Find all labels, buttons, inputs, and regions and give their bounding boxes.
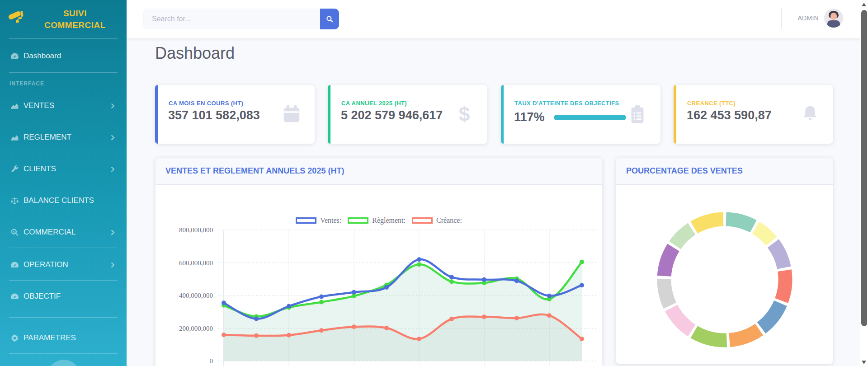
- card-value: 117%: [514, 110, 545, 124]
- card-label: CA ANNUEL 2025 (HT): [341, 100, 407, 107]
- gear-icon: [9, 333, 20, 343]
- sidebar-toggle-button[interactable]: [47, 360, 80, 366]
- chevron-right-icon: [109, 135, 115, 141]
- sidebar-item-clients[interactable]: CLIENTS: [0, 158, 127, 180]
- sidebar-section-label: INTERFACE: [9, 80, 44, 87]
- svg-text:0: 0: [210, 357, 213, 365]
- line-chart-header: VENTES ET REGLEMENT ANNUELS 2025 (HT): [156, 158, 602, 185]
- sidebar-divider: [9, 72, 118, 73]
- legend-label: Ventes:: [320, 216, 341, 225]
- sidebar-item-dashboard[interactable]: Dashboard: [0, 45, 127, 67]
- topbar: ADMIN: [127, 0, 868, 38]
- chart-area-icon: [9, 133, 20, 142]
- chevron-right-icon: [109, 230, 115, 235]
- balance-scale-icon: [9, 196, 20, 206]
- legend-swatch: [412, 217, 433, 224]
- sidebar-item-balance-clients[interactable]: BALANCE CLIENTS: [0, 190, 127, 211]
- card-value: 357 101 582,083: [168, 108, 260, 122]
- card-accent: [328, 85, 330, 144]
- tachometer-icon: [9, 292, 20, 301]
- card-value: 5 202 579 946,617: [341, 108, 443, 122]
- search-bar: [143, 9, 339, 29]
- legend-swatch: [296, 217, 316, 224]
- line-chart-panel: VENTES ET REGLEMENT ANNUELS 2025 (HT) Ve…: [155, 157, 603, 366]
- card-accent: [501, 85, 504, 144]
- svg-text:$: $: [459, 104, 470, 125]
- legend-item-créance[interactable]: Créance:: [412, 216, 462, 225]
- sidebar-item-operation[interactable]: OPERATION: [0, 254, 127, 276]
- chevron-right-icon: [109, 103, 115, 109]
- legend-item-règlement[interactable]: Règlement:: [348, 216, 406, 225]
- sidebar-divider: [9, 353, 118, 354]
- legend-swatch: [348, 217, 368, 224]
- sidebar-divider: [9, 280, 118, 281]
- objectifs-progress: [554, 115, 626, 120]
- svg-text:$: $: [13, 230, 15, 234]
- legend-label: Règlement:: [372, 216, 406, 225]
- sidebar-divider: [9, 38, 118, 39]
- card-ca-mois: CA MOIS EN COURS (HT) 357 101 582,083: [155, 85, 315, 144]
- sidebar-divider: [9, 248, 118, 248]
- card-label: TAUX D'ATTEINTE DES OBJECTIFS: [514, 100, 619, 107]
- scrollbar-down-arrow-icon[interactable]: [862, 361, 866, 364]
- paint-roller-icon: [7, 8, 30, 31]
- card-ca-annuel: CA ANNUEL 2025 (HT) 5 202 579 946,617 $: [328, 85, 487, 144]
- svg-text:200,000,000: 200,000,000: [179, 325, 213, 332]
- search-input[interactable]: [143, 9, 320, 29]
- vertical-scrollbar: [860, 0, 868, 366]
- bell-icon: [800, 104, 821, 125]
- chart-legend: Ventes:Règlement:Créance:: [156, 216, 602, 225]
- card-objectifs: TAUX D'ATTEINTE DES OBJECTIFS 117%: [501, 85, 660, 144]
- sidebar-divider: [9, 317, 118, 318]
- card-label: CA MOIS EN COURS (HT): [169, 100, 243, 107]
- tachometer-icon: [9, 260, 20, 270]
- brand-title: SUIVI COMMERCIAL: [28, 8, 127, 31]
- line-chart-body: Ventes:Règlement:Créance: 0200,000,00040…: [156, 185, 602, 366]
- svg-text:400,000,000: 400,000,000: [179, 292, 213, 299]
- sidebar-item-objectif[interactable]: OBJECTIF: [0, 286, 127, 307]
- legend-item-ventes[interactable]: Ventes:: [296, 216, 341, 225]
- main-content: Dashboard CA MOIS EN COURS (HT) 357 101 …: [127, 38, 860, 366]
- dollar-icon: $: [454, 104, 475, 125]
- wrench-icon: [9, 164, 20, 174]
- search-button[interactable]: [320, 9, 339, 29]
- scrollbar-up-arrow-icon[interactable]: [862, 3, 866, 6]
- legend-label: Créance:: [436, 216, 462, 225]
- scrollbar-thumb[interactable]: [861, 10, 867, 326]
- donut-panel: POURCENTAGE DES VENTES: [616, 157, 833, 364]
- search-dollar-icon: $: [9, 228, 20, 237]
- search-icon: [326, 15, 334, 23]
- card-accent: [674, 85, 676, 144]
- sidebar-item-parametres[interactable]: PARAMETRES: [0, 327, 127, 349]
- brand[interactable]: SUIVI COMMERCIAL: [0, 0, 127, 38]
- card-label: CREANCE (TTC): [687, 100, 736, 107]
- sidebar: SUIVI COMMERCIAL Dashboard INTERFACE VEN…: [0, 0, 127, 366]
- sidebar-item-commercial[interactable]: $ COMMERCIAL: [0, 221, 127, 243]
- user-name: ADMIN: [797, 14, 819, 22]
- line-chart: 0200,000,000400,000,000600,000,000800,00…: [156, 185, 603, 366]
- line-chart-title: VENTES ET REGLEMENT ANNUELS 2025 (HT): [165, 166, 344, 176]
- chevron-right-icon: [109, 262, 115, 268]
- donut-body: [616, 185, 833, 364]
- donut-header: POURCENTAGE DES VENTES: [616, 158, 833, 185]
- page-title: Dashboard: [155, 44, 235, 63]
- sidebar-item-reglement[interactable]: REGLEMENT: [0, 127, 127, 148]
- calendar-icon: [281, 104, 302, 125]
- clipboard-list-icon: [627, 104, 648, 125]
- svg-text:800,000,000: 800,000,000: [179, 226, 213, 234]
- donut-title: POURCENTAGE DES VENTES: [626, 166, 743, 176]
- user-menu[interactable]: ADMIN: [797, 6, 843, 30]
- sidebar-item-ventes[interactable]: VENTES: [0, 95, 127, 117]
- objectifs-progress-fill: [554, 115, 626, 120]
- topbar-divider: [781, 8, 782, 28]
- avatar: [824, 9, 843, 28]
- card-value: 162 453 590,87: [687, 108, 772, 122]
- card-accent: [155, 85, 158, 144]
- chart-area-icon: [9, 101, 20, 111]
- tachometer-icon: [9, 52, 20, 61]
- chevron-right-icon: [109, 166, 115, 172]
- card-creance: CREANCE (TTC) 162 453 590,87: [674, 85, 833, 144]
- svg-text:600,000,000: 600,000,000: [179, 259, 213, 267]
- donut-chart: [616, 185, 833, 364]
